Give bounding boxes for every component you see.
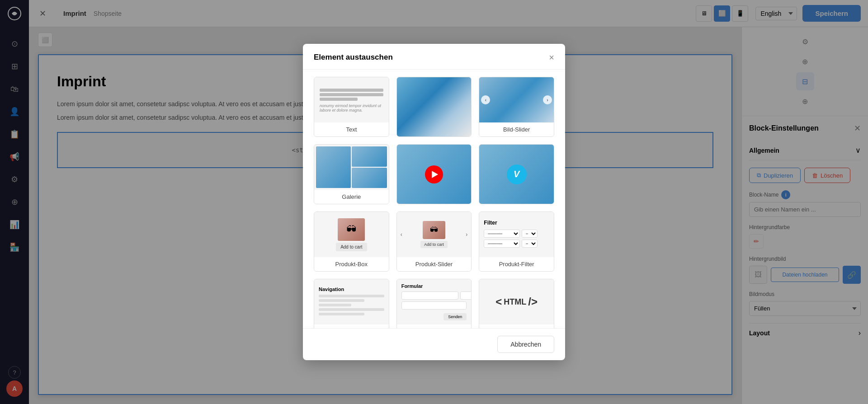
galerie-preview — [314, 145, 389, 190]
form-input-2[interactable] — [460, 291, 472, 300]
glasses-icon: 🕶 — [346, 224, 356, 235]
modal-footer: Abbrechen — [303, 328, 565, 360]
html-open-bracket: < — [495, 296, 502, 308]
element-swap-modal: Element austauschen × nonumy eirmod temp… — [303, 44, 565, 360]
produkt-box-preview: 🕶 Add to cart — [314, 212, 389, 257]
ps-left-arrow: ‹ — [401, 231, 402, 238]
modal-header: Element austauschen × — [303, 44, 565, 70]
filter-select-2[interactable]: ───── — [484, 240, 520, 248]
product-image: 🕶 — [338, 218, 365, 241]
nav-line-4 — [319, 308, 384, 311]
element-card-kategorie-nav[interactable]: Navigation Kategorie-Navigation — [314, 279, 389, 328]
kategorie-nav-label: Kategorie-Navigation — [314, 324, 389, 328]
html-close-bracket: /> — [528, 296, 538, 308]
text-preview: nonumy eirmod tempor invidunt ut labore … — [314, 77, 389, 122]
form-input-3[interactable] — [401, 301, 467, 310]
element-card-bild[interactable]: Bild — [396, 77, 472, 137]
nav-line-2 — [319, 299, 364, 302]
slider-arrow-left: ‹ — [481, 95, 490, 104]
form-row-1 — [401, 291, 467, 300]
vimeo-preview: V — [479, 145, 554, 204]
slider-product-item: 🕶 Add to cart — [404, 221, 464, 248]
element-card-vimeo[interactable]: V Vimeo-Video — [479, 144, 554, 204]
form-submit-button[interactable]: Senden — [443, 313, 467, 320]
element-card-text[interactable]: nonumy eirmod tempor invidunt ut labore … — [314, 77, 389, 137]
slider-product-image: 🕶 — [423, 221, 445, 239]
modal-body: nonumy eirmod tempor invidunt ut labore … — [303, 70, 565, 328]
youtube-label: YouTube-Video — [397, 204, 472, 204]
nav-line-1 — [319, 295, 384, 297]
modal-close-button[interactable]: × — [549, 53, 554, 62]
bild-slider-preview: ‹ › — [479, 77, 554, 122]
element-card-html[interactable]: < HTML /> Individueller HTML Code — [479, 279, 554, 328]
galerie-label: Galerie — [314, 190, 389, 204]
produkt-filter-label: Produkt-Filter — [479, 257, 554, 271]
form-input-1[interactable] — [401, 291, 458, 300]
youtube-preview — [397, 145, 472, 204]
modal-overlay[interactable]: Element austauschen × nonumy eirmod temp… — [0, 0, 868, 404]
filter-select-1[interactable]: ───── — [484, 230, 520, 238]
vimeo-v-icon: V — [514, 169, 519, 179]
text-label: Text — [314, 122, 389, 136]
nav-line-5 — [319, 313, 364, 315]
produkt-slider-label: Produkt-Slider — [397, 257, 472, 271]
add-to-cart-button[interactable]: Add to cart — [336, 243, 367, 251]
modal-grid: nonumy eirmod tempor invidunt ut labore … — [314, 77, 554, 328]
filter-row-1: ───── ─── — [484, 230, 549, 238]
filter-val-1[interactable]: ─── — [522, 230, 538, 238]
youtube-play-icon — [425, 165, 443, 183]
formular-preview: Formular Senden — [397, 279, 472, 324]
bild-slider-label: Bild-Slider — [479, 122, 554, 136]
produkt-slider-preview: ‹ 🕶 Add to cart › — [397, 212, 472, 257]
element-card-produkt-box[interactable]: 🕶 Add to cart Produkt-Box — [314, 211, 389, 272]
element-card-produkt-filter[interactable]: Filter ───── ─── ───── ─── Produkt-Filte… — [479, 211, 554, 272]
vimeo-logo: V — [507, 164, 527, 184]
vimeo-label: Vimeo-Video — [479, 204, 554, 204]
filter-val-2[interactable]: ─── — [522, 240, 538, 248]
element-card-formular[interactable]: Formular Senden — [396, 279, 472, 328]
filter-row-2: ───── ─── — [484, 240, 549, 248]
html-badge: < HTML /> — [495, 296, 538, 308]
produkt-box-label: Produkt-Box — [314, 257, 389, 271]
slider-add-to-cart[interactable]: Add to cart — [420, 241, 448, 248]
form-row-2 — [401, 301, 467, 310]
navigation-title: Navigation — [319, 287, 384, 292]
cancel-button[interactable]: Abbrechen — [497, 336, 554, 353]
bild-preview — [397, 77, 472, 136]
formular-label: Formular — [397, 324, 472, 328]
filter-title: Filter — [484, 220, 549, 226]
nav-line-3 — [319, 304, 351, 306]
produkt-filter-preview: Filter ───── ─── ───── ─── — [479, 212, 554, 257]
slider-arrow-right: › — [543, 95, 552, 104]
html-label-text: HTML — [504, 297, 526, 307]
element-card-youtube[interactable]: YouTube-Video — [396, 144, 472, 204]
kategorie-nav-preview: Navigation — [314, 279, 389, 324]
element-card-galerie[interactable]: Galerie — [314, 144, 389, 204]
html-preview: < HTML /> — [479, 279, 554, 324]
ps-right-arrow: › — [466, 231, 467, 238]
element-card-produkt-slider[interactable]: ‹ 🕶 Add to cart › Produkt-Slider — [396, 211, 472, 272]
html-code-label: Individueller HTML Code — [479, 324, 554, 328]
element-card-bild-slider[interactable]: ‹ › Bild-Slider — [479, 77, 554, 137]
bild-label: Bild — [397, 136, 472, 137]
form-title: Formular — [401, 283, 467, 289]
modal-title: Element austauschen — [314, 53, 393, 62]
